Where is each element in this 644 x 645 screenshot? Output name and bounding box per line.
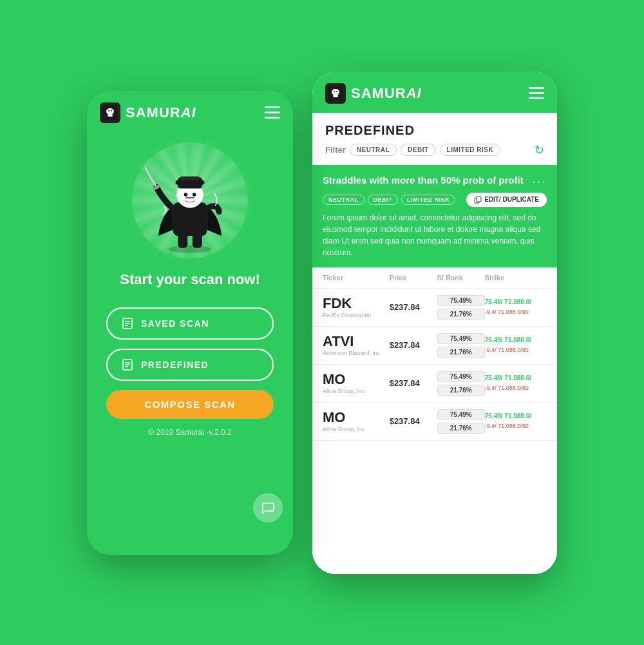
left-phone: SAMURAI bbox=[87, 91, 293, 555]
strike-cell-1: 75.49/ 71.088.0/ -9.4/ 71.088.0/90 bbox=[485, 297, 547, 316]
svg-rect-5 bbox=[109, 113, 111, 113]
section-title: PREDEFINED bbox=[325, 123, 544, 138]
card-description: Lorem ipsum dolor sit amet, consectetur … bbox=[323, 212, 547, 258]
svg-rect-27 bbox=[333, 95, 338, 97]
filter-label: Filter bbox=[325, 145, 346, 155]
refresh-icon[interactable]: ↻ bbox=[535, 143, 544, 157]
table-row[interactable]: ATVI Activision Blizzard, inc $237.84 75… bbox=[312, 327, 557, 365]
strike-cell-3: 75.49/ 71.088.0/ -9.4/ 71.088.0/90 bbox=[485, 373, 547, 392]
left-header: SAMURAI bbox=[87, 91, 293, 130]
iv-cell-4: 75.49% 21.76% bbox=[437, 409, 485, 434]
filter-chip-debit[interactable]: DEBIT bbox=[401, 144, 436, 156]
svg-rect-3 bbox=[108, 110, 109, 111]
logo-text-right: SAMURAI bbox=[351, 85, 422, 102]
svg-rect-29 bbox=[336, 91, 337, 92]
ticker-cell-3: MO Altria Group, Inc bbox=[323, 372, 390, 394]
samurai-svg bbox=[145, 151, 235, 254]
hamburger-menu-right[interactable] bbox=[529, 87, 544, 99]
card-tag-debit: DEBIT bbox=[368, 195, 399, 205]
svg-point-12 bbox=[184, 193, 188, 197]
svg-rect-32 bbox=[477, 197, 481, 202]
strategy-card: Straddles with more than 50% prob of pro… bbox=[312, 165, 557, 267]
card-tag-neutral: NEUTRAL bbox=[323, 195, 365, 205]
svg-point-6 bbox=[169, 245, 211, 253]
strike-cell-4: 75.49/ 71.088.0/ -9.4/ 71.088.0/90 bbox=[485, 411, 547, 430]
svg-point-26 bbox=[332, 89, 339, 95]
hamburger-menu-left[interactable] bbox=[265, 106, 280, 119]
price-cell-3: $237.84 bbox=[390, 378, 437, 388]
predefined-button[interactable]: PREDEFINED bbox=[106, 349, 274, 381]
svg-point-13 bbox=[193, 193, 196, 197]
card-tag-limited-risk: LIMITED RISK bbox=[401, 195, 455, 205]
table-row[interactable]: FDK FedEx Corporation $237.84 75.49% 21.… bbox=[312, 289, 557, 327]
ticker-cell-4: MO Altria Group, Inc bbox=[323, 410, 390, 432]
chat-button[interactable] bbox=[253, 493, 283, 523]
price-cell-4: $237.84 bbox=[390, 416, 437, 426]
svg-rect-28 bbox=[334, 91, 335, 92]
compose-scan-button[interactable]: COMPOSE SCAN bbox=[106, 390, 274, 419]
iv-cell-2: 75.49% 21.76% bbox=[437, 333, 485, 358]
predefined-section: PREDEFINED Filter NEUTRAL DEBIT LIMITED … bbox=[312, 113, 557, 165]
strike-cell-2: 75.49/ 71.088.0/ -9.4/ 71.088.0/90 bbox=[485, 335, 547, 354]
hero-area: Start your scan now! SAVED SCAN bbox=[87, 130, 293, 555]
logo-right: SAMURAI bbox=[325, 83, 422, 104]
th-price: Price bbox=[390, 274, 437, 282]
th-ticker: Ticker bbox=[323, 274, 390, 282]
svg-rect-2 bbox=[108, 114, 113, 117]
th-strike: Strike bbox=[485, 274, 547, 282]
svg-rect-15 bbox=[178, 233, 187, 248]
table-row[interactable]: MO Altria Group, Inc $237.84 75.49% 21.7… bbox=[312, 403, 557, 441]
card-top-row: Straddles with more than 50% prob of pro… bbox=[323, 174, 547, 189]
ticker-cell-1: FDK FedEx Corporation bbox=[323, 296, 390, 318]
right-header: SAMURAI bbox=[312, 72, 557, 113]
card-title: Straddles with more than 50% prob of pro… bbox=[323, 174, 532, 187]
samurai-figure bbox=[126, 136, 254, 265]
logo-icon-left bbox=[100, 102, 120, 123]
table-row[interactable]: MO Altria Group, Inc $237.84 75.49% 21.7… bbox=[312, 365, 557, 403]
svg-point-1 bbox=[106, 108, 114, 115]
results-table: Ticker Price IV Rank Strike FDK FedEx Co… bbox=[312, 267, 557, 574]
iv-cell-3: 75.49% 21.76% bbox=[437, 371, 485, 396]
svg-rect-30 bbox=[334, 93, 337, 94]
price-cell-2: $237.84 bbox=[390, 340, 437, 350]
logo-text-left: SAMURAI bbox=[126, 104, 196, 121]
svg-rect-4 bbox=[111, 110, 112, 111]
right-phone: SAMURAI PREDEFINED Filter NEUTRAL DEBIT … bbox=[312, 72, 557, 574]
logo-left: SAMURAI bbox=[100, 102, 196, 123]
saved-scan-button[interactable]: SAVED SCAN bbox=[106, 307, 274, 340]
table-header: Ticker Price IV Rank Strike bbox=[312, 267, 557, 289]
footer-text: © 2019 Samurai -v.2.0.2 bbox=[148, 428, 231, 448]
card-dots-menu[interactable]: ··· bbox=[532, 174, 547, 189]
iv-cell-1: 75.49% 21.76% bbox=[437, 295, 485, 320]
svg-rect-16 bbox=[193, 233, 202, 248]
hero-title: Start your scan now! bbox=[120, 271, 260, 288]
logo-icon-right bbox=[325, 83, 346, 104]
predefined-icon bbox=[120, 358, 135, 372]
filter-chip-limited-risk[interactable]: LIMITED RISK bbox=[440, 144, 501, 156]
svg-rect-11 bbox=[180, 176, 200, 180]
ticker-cell-2: ATVI Activision Blizzard, inc bbox=[323, 334, 390, 356]
filter-chip-neutral[interactable]: NEUTRAL bbox=[350, 144, 397, 156]
price-cell-1: $237.84 bbox=[390, 302, 437, 312]
filter-row: Filter NEUTRAL DEBIT LIMITED RISK ↻ bbox=[325, 143, 544, 157]
card-tags: NEUTRAL DEBIT LIMITED RISK EDIT/ DUPLICA… bbox=[323, 193, 547, 207]
edit-duplicate-button[interactable]: EDIT/ DUPLICATE bbox=[466, 193, 547, 207]
saved-scan-icon bbox=[120, 316, 135, 331]
th-iv-rank: IV Rank bbox=[437, 274, 485, 282]
